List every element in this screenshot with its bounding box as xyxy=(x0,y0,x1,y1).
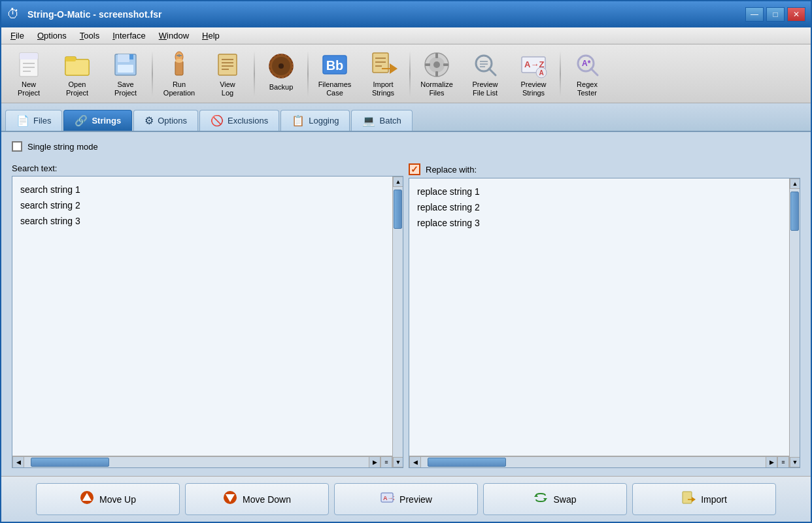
search-listbox[interactable]: search string 1 search string 2 search s… xyxy=(12,176,403,468)
close-button[interactable]: ✕ xyxy=(787,7,805,22)
tab-logging-label: Logging xyxy=(309,116,339,126)
replace-scroll-thumb[interactable] xyxy=(790,192,799,231)
new-project-icon xyxy=(13,50,44,79)
list-item[interactable]: replace string 3 xyxy=(416,215,783,231)
svg-rect-1 xyxy=(20,53,38,59)
main-content: Single string mode Search text: search s… xyxy=(1,132,811,476)
search-text-label: Search text: xyxy=(12,163,57,173)
view-log-button[interactable]: ViewLog xyxy=(204,47,251,98)
search-hscroll-icon: ≡ xyxy=(381,456,392,468)
import-strings-icon xyxy=(367,50,399,79)
svg-marker-33 xyxy=(390,63,398,74)
filenames-case-button[interactable]: Bb FilenamesCase xyxy=(311,47,358,98)
tab-files[interactable]: 📄 Files xyxy=(5,110,62,131)
search-scroll-down[interactable]: ▼ xyxy=(393,457,403,467)
menu-options[interactable]: Options xyxy=(31,29,73,42)
tab-logging[interactable]: 📋 Logging xyxy=(280,110,350,131)
normalize-files-button[interactable]: NormalizeFiles xyxy=(413,47,460,98)
preview-label: Preview xyxy=(399,494,432,505)
search-hscroll[interactable]: ◀ ▶ ≡ xyxy=(12,456,392,467)
svg-text:A→Z: A→Z xyxy=(383,495,394,501)
replace-hscroll-left[interactable]: ◀ xyxy=(409,456,421,468)
search-scroll-thumb[interactable] xyxy=(394,190,402,229)
list-item[interactable]: search string 1 xyxy=(19,182,386,197)
open-project-button[interactable]: OpenProject xyxy=(54,47,101,98)
swap-label: Swap xyxy=(553,494,576,505)
tab-options[interactable]: ⚙ Options xyxy=(133,110,198,131)
import-strings-button[interactable]: ImportStrings xyxy=(360,47,407,98)
regex-tester-button[interactable]: A* RegexTester xyxy=(564,47,611,98)
tabs-bar: 📄 Files 🔗 Strings ⚙ Options 🚫 Exclusions… xyxy=(1,103,811,132)
search-hscroll-track[interactable] xyxy=(24,456,369,468)
list-item[interactable]: search string 3 xyxy=(19,213,386,229)
svg-rect-18 xyxy=(218,54,237,75)
menu-interface[interactable]: Interface xyxy=(106,29,152,42)
search-hscroll-right[interactable]: ▶ xyxy=(369,456,381,468)
move-down-icon xyxy=(223,490,237,508)
replace-scrollbar-v[interactable]: ▲ ▼ xyxy=(789,178,800,467)
replace-listbox-inner: replace string 1 replace string 2 replac… xyxy=(409,178,789,467)
list-item[interactable]: search string 2 xyxy=(19,197,386,213)
svg-rect-7 xyxy=(65,59,89,75)
list-item[interactable]: replace string 2 xyxy=(416,199,783,215)
single-string-mode-checkbox[interactable]: Single string mode xyxy=(12,141,98,152)
tab-batch[interactable]: 💻 Batch xyxy=(351,110,412,131)
replace-with-checkbox[interactable]: ✓ xyxy=(409,163,420,175)
replace-hscroll-right[interactable]: ▶ xyxy=(766,456,777,468)
list-item[interactable]: replace string 1 xyxy=(416,184,783,199)
search-hscroll-left[interactable]: ◀ xyxy=(12,456,24,468)
replace-hscroll-icon: ≡ xyxy=(777,456,789,468)
replace-hscroll[interactable]: ◀ ▶ ≡ xyxy=(409,456,789,467)
search-panel-label: Search text: xyxy=(12,163,403,173)
swap-icon xyxy=(533,490,548,508)
run-operation-label: RunOperation xyxy=(163,80,195,97)
search-scroll-up[interactable]: ▲ xyxy=(393,177,403,187)
svg-rect-39 xyxy=(435,71,438,76)
move-down-label: Move Down xyxy=(243,494,291,505)
preview-file-list-button[interactable]: PreviewFile List xyxy=(462,47,509,98)
run-operation-button[interactable]: RunOperation xyxy=(156,47,203,98)
menu-window[interactable]: Window xyxy=(152,29,195,42)
svg-line-43 xyxy=(489,69,496,75)
new-project-button[interactable]: NewProject xyxy=(5,47,52,98)
toolbar-separator-1 xyxy=(152,51,153,97)
svg-text:A: A xyxy=(539,69,543,76)
menu-help[interactable]: Help xyxy=(195,29,226,42)
replace-hscroll-thumb[interactable] xyxy=(428,458,506,467)
preview-file-list-label: PreviewFile List xyxy=(472,80,498,97)
tab-options-label: Options xyxy=(158,116,187,126)
save-project-button[interactable]: SaveProject xyxy=(102,47,149,98)
svg-rect-29 xyxy=(373,53,388,73)
import-button[interactable]: Import xyxy=(632,483,776,515)
tab-strings-icon: 🔗 xyxy=(75,114,88,127)
tab-strings[interactable]: 🔗 Strings xyxy=(63,110,132,131)
single-string-checkbox-box[interactable] xyxy=(12,141,22,152)
toolbar-separator-5 xyxy=(560,51,561,97)
swap-button[interactable]: Swap xyxy=(483,483,627,515)
replace-listbox[interactable]: replace string 1 replace string 2 replac… xyxy=(409,178,800,468)
replace-scroll-down[interactable]: ▼ xyxy=(790,457,800,467)
maximize-button[interactable]: □ xyxy=(766,7,785,22)
minimize-button[interactable]: — xyxy=(745,7,764,22)
menu-tools[interactable]: Tools xyxy=(73,29,106,42)
menu-file[interactable]: File xyxy=(4,29,31,42)
normalize-files-label: NormalizeFiles xyxy=(420,80,453,97)
preview-button[interactable]: A→Z Preview xyxy=(334,483,478,515)
preview-strings-button[interactable]: A→Z A PreviewStrings xyxy=(510,47,557,98)
search-hscroll-thumb[interactable] xyxy=(31,458,109,467)
import-icon xyxy=(681,490,696,508)
import-label: Import xyxy=(701,494,727,505)
app-icon: ⏱ xyxy=(7,7,22,22)
move-down-button[interactable]: Move Down xyxy=(185,483,329,515)
backup-button[interactable]: Backup xyxy=(258,47,305,98)
search-scrollbar-v[interactable]: ▲ ▼ xyxy=(392,177,403,467)
replace-scroll-up[interactable]: ▲ xyxy=(790,178,800,189)
toolbar-separator-3 xyxy=(307,51,309,97)
svg-rect-12 xyxy=(129,54,133,59)
svg-rect-40 xyxy=(425,63,430,66)
move-up-button[interactable]: Move Up xyxy=(36,483,180,515)
replace-hscroll-track[interactable] xyxy=(421,456,766,468)
tab-exclusions[interactable]: 🚫 Exclusions xyxy=(199,110,279,131)
preview-file-list-icon xyxy=(469,50,501,79)
svg-point-25 xyxy=(279,63,284,69)
